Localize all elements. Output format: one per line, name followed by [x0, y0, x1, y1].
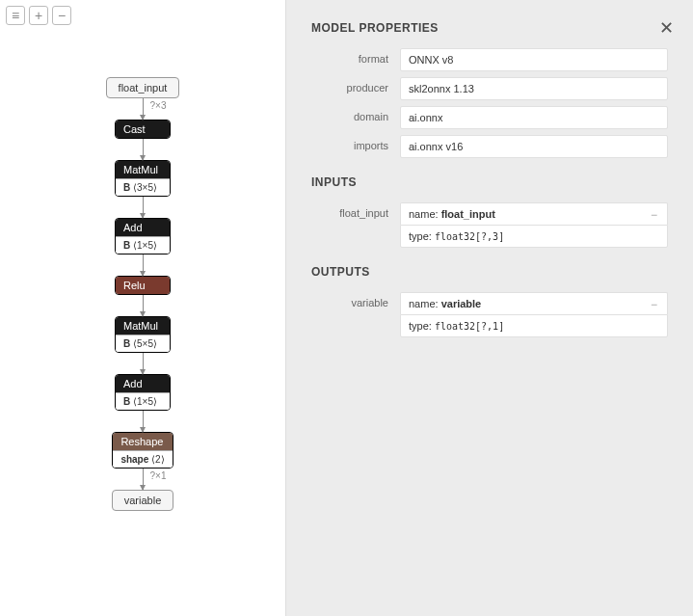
- op-node-reshape[interactable]: Reshapeshape ⟨2⟩: [112, 432, 173, 469]
- output-node[interactable]: variable: [112, 490, 174, 511]
- op-header: MatMul: [116, 161, 170, 178]
- input-label: float_input: [311, 202, 400, 219]
- edge-label: ?×1: [150, 470, 167, 481]
- op-node-relu[interactable]: Relu: [115, 276, 171, 295]
- edge: [143, 254, 144, 276]
- inputs-title: INPUTS: [311, 175, 668, 189]
- edge: ?×3: [143, 98, 144, 120]
- prop-row: domainai.onnx: [311, 106, 668, 129]
- zoom-in-button[interactable]: +: [29, 6, 48, 25]
- prop-label: format: [311, 48, 400, 65]
- properties-panel: ✕ MODEL PROPERTIES formatONNX v8producer…: [285, 0, 693, 616]
- edge: ?×1: [143, 469, 144, 490]
- op-header: Add: [116, 219, 170, 236]
- prop-value: ai.onnx: [400, 106, 668, 129]
- output-name: name: variable−: [400, 292, 668, 314]
- graph-panel: ≡ + − float_input?×3CastMatMulB ⟨3×5⟩Add…: [0, 0, 285, 616]
- op-node-cast[interactable]: Cast: [115, 120, 171, 139]
- input-row: float_inputname: float_input−type: float…: [311, 202, 668, 248]
- prop-row: producerskl2onnx 1.13: [311, 77, 668, 100]
- input-type: type: float32[?,3]: [400, 225, 668, 248]
- op-header: Reshape: [113, 433, 172, 450]
- prop-label: producer: [311, 77, 400, 94]
- op-attr: B ⟨1×5⟩: [116, 236, 170, 254]
- output-type: type: float32[?,1]: [400, 314, 668, 337]
- toolbar: ≡ + −: [6, 6, 71, 25]
- collapse-icon[interactable]: −: [651, 208, 657, 222]
- panel-title: MODEL PROPERTIES: [311, 21, 668, 35]
- op-attr: B ⟨3×5⟩: [116, 178, 170, 196]
- prop-label: domain: [311, 106, 400, 122]
- edge-label: ?×3: [150, 100, 167, 111]
- op-attr: B ⟨1×5⟩: [116, 392, 170, 410]
- menu-button[interactable]: ≡: [6, 6, 25, 25]
- op-attr: B ⟨5×5⟩: [116, 335, 170, 352]
- op-node-add[interactable]: AddB ⟨1×5⟩: [115, 374, 171, 411]
- edge: [143, 295, 144, 316]
- op-node-matmul[interactable]: MatMulB ⟨3×5⟩: [115, 160, 171, 197]
- input-node[interactable]: float_input: [106, 77, 180, 98]
- op-attr: shape ⟨2⟩: [113, 450, 172, 468]
- collapse-icon[interactable]: −: [651, 298, 657, 311]
- edge: [143, 139, 144, 160]
- input-name: name: float_input−: [400, 202, 668, 225]
- edge: [143, 353, 144, 374]
- output-row: variablename: variable−type: float32[?,1…: [311, 292, 668, 337]
- prop-row: formatONNX v8: [311, 48, 668, 71]
- prop-value: ONNX v8: [400, 48, 668, 71]
- output-label: variable: [311, 292, 400, 308]
- edge: [143, 411, 144, 432]
- prop-label: imports: [311, 135, 400, 151]
- close-icon[interactable]: ✕: [659, 17, 674, 39]
- prop-row: importsai.onnx v16: [311, 135, 668, 158]
- op-node-matmul[interactable]: MatMulB ⟨5×5⟩: [115, 316, 171, 353]
- outputs-title: OUTPUTS: [311, 265, 668, 279]
- zoom-out-button[interactable]: −: [52, 6, 71, 25]
- op-header: Relu: [116, 277, 170, 294]
- op-node-add[interactable]: AddB ⟨1×5⟩: [115, 218, 171, 254]
- op-header: Cast: [116, 121, 170, 138]
- op-header: Add: [116, 375, 170, 392]
- edge: [143, 197, 144, 218]
- prop-value: skl2onnx 1.13: [400, 77, 668, 100]
- op-header: MatMul: [116, 317, 170, 335]
- prop-value: ai.onnx v16: [400, 135, 668, 158]
